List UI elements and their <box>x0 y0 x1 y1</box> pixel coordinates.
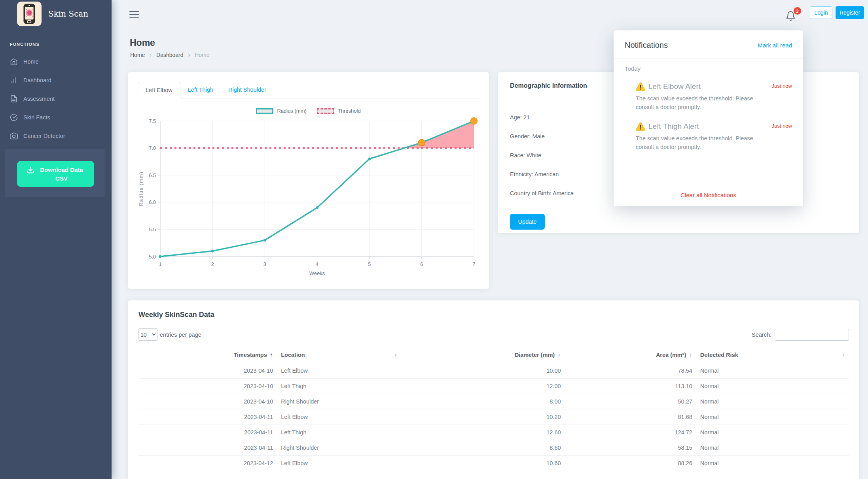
svg-text:1: 1 <box>159 262 162 267</box>
column-header-label: Diameter (mm) <box>515 352 555 358</box>
entries-per-page-label: entries per page <box>160 332 201 338</box>
sidebar-item-label: Dashboard <box>23 77 51 83</box>
table-row: 2023-04-10Right Shoulder8.0050.27Normal <box>138 394 849 409</box>
notification-body: The scan value exceeds the threshold. Pl… <box>636 94 766 112</box>
cell-timestamps: 2023-04-11 <box>138 409 277 425</box>
svg-text:6: 6 <box>420 262 423 267</box>
svg-text:Radius (mm): Radius (mm) <box>138 171 144 206</box>
clear-all-notifications-link[interactable]: Clear all Notifications <box>614 192 803 198</box>
search-input[interactable] <box>775 329 849 341</box>
cell-timestamps: 2023-04-10 <box>138 379 277 394</box>
radius-line-chart: 5.05.56.06.57.07.51234567WeeksRadius (mm… <box>138 116 479 284</box>
page-title: Home <box>130 38 155 48</box>
search-label: Search: <box>752 332 771 338</box>
table-row: 2023-04-12Left Elbow10.6088.26Normal <box>138 456 849 471</box>
entries-per-page-select[interactable]: 10 <box>138 328 157 341</box>
column-header-diameter-mm[interactable]: Diameter (mm)▲▼ <box>402 347 565 363</box>
cell-diameter-mm: 12.60 <box>402 425 565 440</box>
notification-item-header: Left Thigh Alert <box>636 122 792 131</box>
sort-icon: ▲▼ <box>689 353 692 357</box>
cell-timestamps: 2023-04-10 <box>138 363 277 379</box>
column-header-timestamps[interactable]: Timestamps▲▼ <box>138 347 277 363</box>
cell-detected-risk: Normal <box>696 394 849 409</box>
cell-location: Left Elbow <box>277 409 401 425</box>
weekly-data-card: Weekly SkinScan Data 10 entries per page… <box>128 300 859 479</box>
cell-area-mm: 88.26 <box>565 456 696 471</box>
column-header-label: Location <box>281 352 305 358</box>
notifications-bell-button[interactable]: 2 <box>785 8 799 23</box>
legend-label: Radius (mm) <box>277 108 306 114</box>
cell-timestamps: 2023-04-10 <box>138 394 277 409</box>
breadcrumb-item[interactable]: Dashboard <box>156 52 184 58</box>
sidebar-item-home[interactable]: Home <box>0 52 112 71</box>
cell-diameter-mm: 10.00 <box>402 363 565 379</box>
table-row: 2023-04-11Right Shoulder8.6058.15Normal <box>138 440 849 456</box>
notification-item-header: Left Elbow Alert <box>636 82 792 91</box>
warning-icon <box>636 122 645 131</box>
tab-left-thigh[interactable]: Left Thigh <box>180 82 221 98</box>
cell-location: Right Shoulder <box>277 440 401 456</box>
table-row: 2023-04-10Left Thigh12.00113.10Normal <box>138 379 849 394</box>
cell-timestamps: 2023-04-12 <box>138 456 277 471</box>
svg-text:6.5: 6.5 <box>149 173 156 178</box>
login-button[interactable]: Login <box>810 6 832 19</box>
notification-title: Left Thigh Alert <box>648 122 699 131</box>
camera-icon <box>10 132 18 140</box>
table-row: 2023-04-10Left Elbow10.0078.54Normal <box>138 363 849 379</box>
update-button[interactable]: Update <box>510 214 545 230</box>
sidebar-item-label: Assessment <box>23 96 55 102</box>
breadcrumb-item[interactable]: Home <box>130 52 145 58</box>
sidebar-item-skin-facts[interactable]: Skin Facts <box>0 108 112 126</box>
column-header-detected-risk[interactable]: Detected Risk▲▼ <box>696 347 849 363</box>
cell-area-mm: 124.72 <box>565 425 696 440</box>
sidebar-item-assessment[interactable]: Assessment <box>0 89 112 108</box>
cell-location: Left Thigh <box>277 425 401 440</box>
svg-text:4: 4 <box>316 262 318 267</box>
app-logo-icon <box>17 2 42 26</box>
svg-text:3: 3 <box>263 262 266 267</box>
legend-label: Threshold <box>338 108 361 114</box>
app-title: Skin Scan <box>48 9 88 19</box>
sort-icon: ▲▼ <box>557 353 561 357</box>
sort-icon: ▲▼ <box>842 353 845 357</box>
legend-swatch-threshold <box>317 108 334 114</box>
column-header-location[interactable]: Location▲▼ <box>277 347 401 363</box>
cell-location: Left Thigh <box>277 379 401 394</box>
legend-item-radius: Radius (mm) <box>256 108 306 114</box>
breadcrumb-item: Home <box>195 52 209 58</box>
svg-text:5: 5 <box>368 262 371 267</box>
cell-detected-risk: Normal <box>696 456 849 471</box>
svg-text:7: 7 <box>473 262 476 267</box>
sidebar-item-cancer-detector[interactable]: Cancer Detector <box>0 126 112 145</box>
bar-chart-icon <box>10 76 18 84</box>
column-header-label: Detected Risk <box>700 352 738 358</box>
tab-left-elbow[interactable]: Left Elbow <box>138 82 180 98</box>
warning-icon <box>636 82 645 91</box>
notification-count-badge: 2 <box>794 7 801 15</box>
column-header-label: Timestamps <box>233 352 267 358</box>
mark-all-read-link[interactable]: Mark all read <box>758 42 792 49</box>
register-button[interactable]: Register <box>836 6 864 19</box>
cell-diameter-mm: 10.60 <box>402 456 565 471</box>
tab-right-shoulder[interactable]: Right Shoulder <box>221 82 274 98</box>
table-header-row: Timestamps▲▼Location▲▼Diameter (mm)▲▼Are… <box>138 347 849 363</box>
menu-toggle-button[interactable] <box>129 11 139 18</box>
download-panel: Download Data CSV <box>5 149 105 197</box>
cell-location: Left Elbow <box>277 456 401 471</box>
download-csv-button[interactable]: Download Data CSV <box>17 161 94 187</box>
legend-item-threshold: Threshold <box>317 108 361 114</box>
check-circle-icon <box>10 113 18 121</box>
svg-text:7.0: 7.0 <box>149 145 156 151</box>
cell-detected-risk: Normal <box>696 409 849 425</box>
table-row: 2023-04-11Left Elbow10.2081.68Normal <box>138 409 849 425</box>
sidebar-item-dashboard[interactable]: Dashboard <box>0 71 112 89</box>
app-root: Skin Scan FUNCTIONS HomeDashboardAssessm… <box>0 0 868 479</box>
file-text-icon <box>10 95 18 103</box>
notifications-group-label: Today <box>614 59 803 72</box>
column-header-area-mm[interactable]: Area (mm²)▲▼ <box>565 347 696 363</box>
scan-chart-card: Left ElbowLeft ThighRight Shoulder Radiu… <box>128 72 489 289</box>
app-logo-row[interactable]: Skin Scan <box>0 0 112 26</box>
table-title: Weekly SkinScan Data <box>128 300 859 319</box>
skinscan-data-table: Timestamps▲▼Location▲▼Diameter (mm)▲▼Are… <box>138 347 849 471</box>
cell-timestamps: 2023-04-11 <box>138 425 277 440</box>
